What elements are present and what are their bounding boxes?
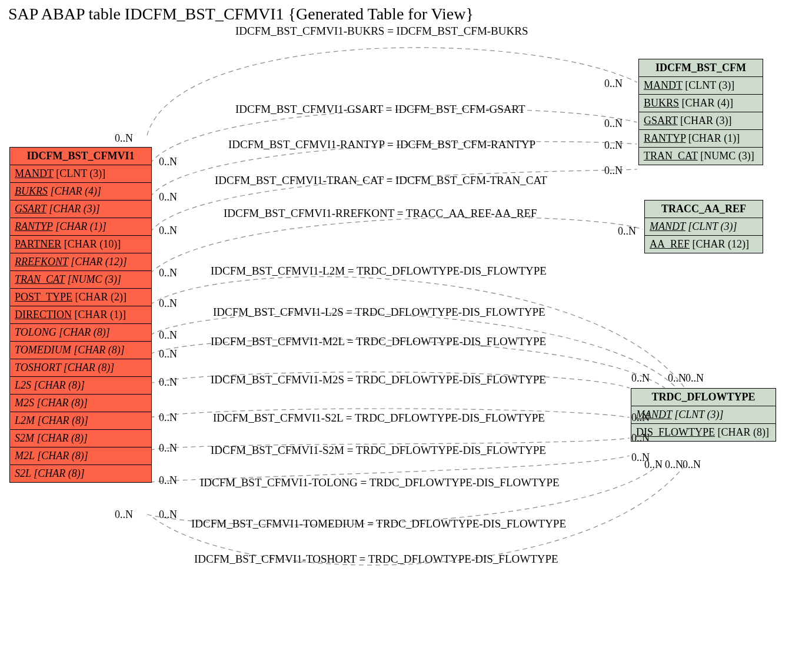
relation-label: IDCFM_BST_CFMVI1-TOLONG = TRDC_DFLOWTYPE… — [200, 476, 560, 489]
entity-field: MANDT [CLNT (3)] — [10, 165, 151, 183]
cardinality-label: 0..N — [115, 509, 133, 521]
entity-field: GSART [CHAR (3)] — [639, 112, 763, 130]
relation-label: IDCFM_BST_CFMVI1-BUKRS = IDCFM_BST_CFM-B… — [235, 25, 528, 38]
relation-label: IDCFM_BST_CFMVI1-TOMEDIUM = TRDC_DFLOWTY… — [191, 517, 566, 530]
relation-label: IDCFM_BST_CFMVI1-RANTYP = IDCFM_BST_CFM-… — [228, 138, 535, 151]
cardinality-label: 0..N — [159, 348, 177, 360]
cardinality-label: 0..N — [631, 412, 650, 424]
entity-field: AA_REF [CHAR (12)] — [645, 236, 763, 253]
entity-field: DIRECTION [CHAR (1)] — [10, 306, 151, 324]
entity-field: S2L [CHAR (8)] — [10, 465, 151, 482]
entity-field: L2M [CHAR (8)] — [10, 412, 151, 430]
cardinality-label: 0..N — [159, 225, 177, 237]
entity-field: POST_TYPE [CHAR (2)] — [10, 289, 151, 306]
cardinality-label: 0..N — [668, 372, 686, 385]
relation-label: IDCFM_BST_CFMVI1-L2S = TRDC_DFLOWTYPE-DI… — [213, 306, 545, 319]
relation-label: IDCFM_BST_CFMVI1-M2L = TRDC_DFLOWTYPE-DI… — [211, 335, 546, 348]
entity-field: DIS_FLOWTYPE [CHAR (8)] — [631, 424, 776, 441]
entity-field: RANTYP [CHAR (1)] — [639, 130, 763, 148]
cardinality-label: 0..N — [159, 191, 177, 203]
page-title: SAP ABAP table IDCFM_BST_CFMVI1 {Generat… — [8, 5, 474, 24]
cardinality-label: 0..N — [604, 165, 623, 177]
entity-field: L2S [CHAR (8)] — [10, 377, 151, 395]
cardinality-label: 0..N — [159, 267, 177, 279]
cardinality-label: 0..N — [159, 298, 177, 310]
cardinality-label: 0..N — [604, 139, 623, 152]
entity-field: BUKRS [CHAR (4)] — [639, 95, 763, 112]
entity-header: TRACC_AA_REF — [645, 200, 763, 218]
cardinality-label: 0..N — [631, 372, 650, 385]
cardinality-label: 0..N — [159, 329, 177, 342]
cardinality-label: 0..N — [159, 412, 177, 424]
cardinality-label: 0..N — [618, 225, 636, 238]
entity-field: TRAN_CAT [NUMC (3)] — [10, 271, 151, 289]
entity-field: PARTNER [CHAR (10)] — [10, 236, 151, 253]
entity-idcfm-bst-cfm: IDCFM_BST_CFMMANDT [CLNT (3)]BUKRS [CHAR… — [638, 59, 763, 165]
relation-label: IDCFM_BST_CFMVI1-TOSHORT = TRDC_DFLOWTYP… — [194, 553, 558, 566]
cardinality-label: 0..N — [159, 442, 177, 455]
entity-header: IDCFM_BST_CFM — [639, 59, 763, 77]
cardinality-label: 0..N — [115, 132, 133, 145]
entity-field: S2M [CHAR (8)] — [10, 430, 151, 447]
entity-field: TRAN_CAT [NUMC (3)] — [639, 148, 763, 165]
cardinality-label: 0..N — [644, 459, 663, 471]
relation-label: IDCFM_BST_CFMVI1-M2S = TRDC_DFLOWTYPE-DI… — [211, 373, 546, 386]
relation-label: IDCFM_BST_CFMVI1-GSART = IDCFM_BST_CFM-G… — [235, 103, 525, 116]
entity-field: MANDT [CLNT (3)] — [639, 77, 763, 95]
cardinality-label: 0..N — [159, 376, 177, 389]
cardinality-label: 0..N — [159, 474, 177, 487]
cardinality-label: 0..N — [631, 432, 650, 445]
relation-label: IDCFM_BST_CFMVI1-S2L = TRDC_DFLOWTYPE-DI… — [213, 412, 545, 425]
entity-field: RANTYP [CHAR (1)] — [10, 218, 151, 236]
entity-field: TOMEDIUM [CHAR (8)] — [10, 342, 151, 359]
cardinality-label: 0..N — [604, 78, 623, 90]
entity-field: TOSHORT [CHAR (8)] — [10, 359, 151, 377]
cardinality-label: 0..N — [665, 459, 683, 471]
entity-field: M2S [CHAR (8)] — [10, 395, 151, 412]
entity-field: BUKRS [CHAR (4)] — [10, 183, 151, 200]
entity-field: TOLONG [CHAR (8)] — [10, 324, 151, 342]
relation-label: IDCFM_BST_CFMVI1-RREFKONT = TRACC_AA_REF… — [224, 207, 537, 220]
entity-field: MANDT [CLNT (3)] — [631, 406, 776, 424]
entity-trdc-dflowtype: TRDC_DFLOWTYPEMANDT [CLNT (3)]DIS_FLOWTY… — [631, 388, 776, 442]
cardinality-label: 0..N — [683, 459, 701, 471]
entity-field: GSART [CHAR (3)] — [10, 200, 151, 218]
entity-tracc-aa-ref: TRACC_AA_REFMANDT [CLNT (3)]AA_REF [CHAR… — [644, 200, 763, 253]
cardinality-label: 0..N — [159, 509, 177, 521]
entity-field: MANDT [CLNT (3)] — [645, 218, 763, 236]
entity-field: M2L [CHAR (8)] — [10, 447, 151, 465]
relation-label: IDCFM_BST_CFMVI1-S2M = TRDC_DFLOWTYPE-DI… — [211, 444, 546, 457]
entity-field: RREFKONT [CHAR (12)] — [10, 253, 151, 271]
entity-idcfm-bst-cfmvi1: IDCFM_BST_CFMVI1MANDT [CLNT (3)]BUKRS [C… — [9, 147, 152, 483]
cardinality-label: 0..N — [159, 156, 177, 168]
entity-header: IDCFM_BST_CFMVI1 — [10, 148, 151, 165]
entity-header: TRDC_DFLOWTYPE — [631, 389, 776, 406]
cardinality-label: 0..N — [685, 372, 704, 385]
relation-label: IDCFM_BST_CFMVI1-L2M = TRDC_DFLOWTYPE-DI… — [211, 265, 547, 278]
relation-label: IDCFM_BST_CFMVI1-TRAN_CAT = IDCFM_BST_CF… — [215, 174, 547, 187]
cardinality-label: 0..N — [604, 118, 623, 130]
